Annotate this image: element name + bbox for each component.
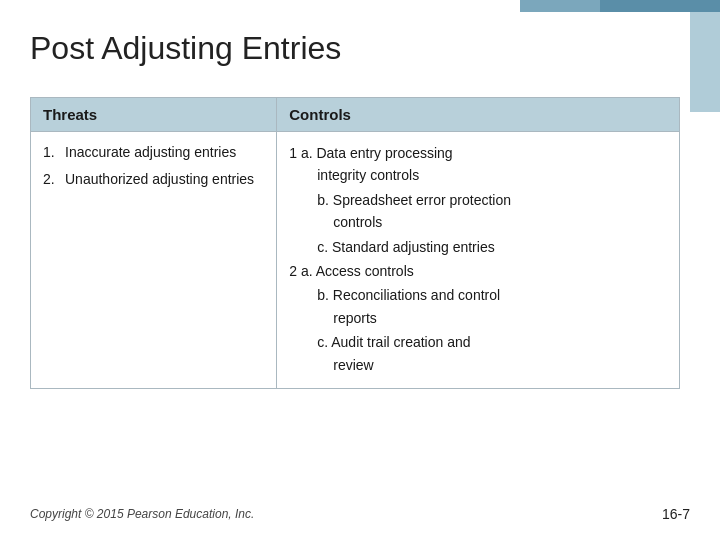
controls-body: 1 a. Data entry processing integrity con… <box>277 132 679 388</box>
control-2a: 2 a. Access controls <box>289 263 414 279</box>
control-2c: c. Audit trail creation and <box>289 331 667 353</box>
page-title: Post Adjusting Entries <box>30 30 680 67</box>
list-item: b. Reconciliations and control reports <box>289 284 667 329</box>
list-item: c. Standard adjusting entries <box>289 236 667 258</box>
threat-1-text: Inaccurate adjusting entries <box>65 142 236 163</box>
threats-list: 1. Inaccurate adjusting entries 2. Unaut… <box>43 142 264 190</box>
threats-column: Threats 1. Inaccurate adjusting entries … <box>31 98 277 388</box>
content-table: Threats 1. Inaccurate adjusting entries … <box>30 97 680 389</box>
list-item: 2 a. Access controls <box>289 260 667 282</box>
list-num: 2. <box>43 169 59 190</box>
list-item: 1. Inaccurate adjusting entries <box>43 142 264 163</box>
controls-column: Controls 1 a. Data entry processing inte… <box>277 98 679 388</box>
controls-list: 1 a. Data entry processing integrity con… <box>289 142 667 376</box>
right-sidebar-accent <box>690 12 720 112</box>
control-1b-sub: controls <box>289 211 667 233</box>
copyright-text: Copyright © 2015 Pearson Education, Inc. <box>30 507 254 521</box>
top-bar-accent <box>600 0 720 12</box>
list-item: 1 a. Data entry processing integrity con… <box>289 142 667 187</box>
control-2b: b. Reconciliations and control <box>289 284 667 306</box>
footer: Copyright © 2015 Pearson Education, Inc.… <box>30 506 690 522</box>
list-item: b. Spreadsheet error protection controls <box>289 189 667 234</box>
page-number: 16-7 <box>662 506 690 522</box>
threat-2-text: Unauthorized adjusting entries <box>65 169 254 190</box>
controls-header: Controls <box>277 98 679 132</box>
threats-body: 1. Inaccurate adjusting entries 2. Unaut… <box>31 132 276 206</box>
list-num: 1. <box>43 142 59 163</box>
control-1a: 1 a. Data entry processing <box>289 145 452 161</box>
control-1b: b. Spreadsheet error protection <box>289 189 667 211</box>
control-2b-sub: reports <box>289 307 667 329</box>
control-2c-sub: review <box>289 354 667 376</box>
list-item: c. Audit trail creation and review <box>289 331 667 376</box>
control-1a-sub: integrity controls <box>289 164 667 186</box>
list-item: 2. Unauthorized adjusting entries <box>43 169 264 190</box>
control-1c: c. Standard adjusting entries <box>289 236 667 258</box>
main-content: Post Adjusting Entries Threats 1. Inaccu… <box>0 0 720 409</box>
threats-header: Threats <box>31 98 276 132</box>
